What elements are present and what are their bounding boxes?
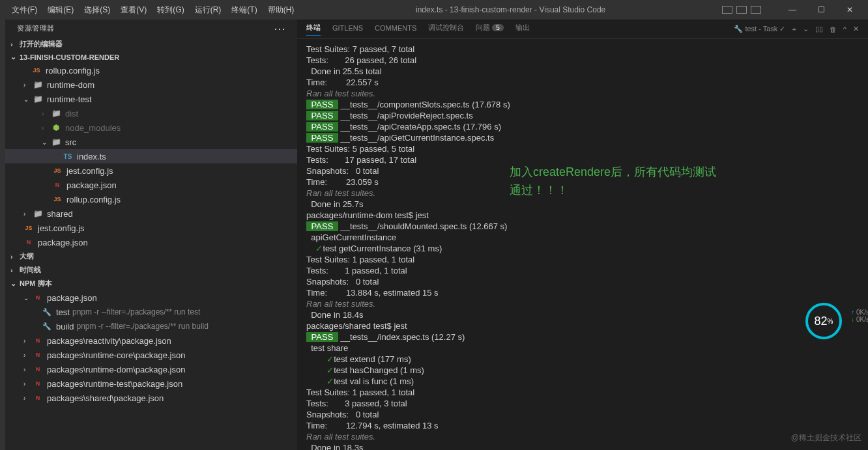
- window-controls: — ☐ ✕: [722, 5, 868, 14]
- menu-bar: 文件(F) 编辑(E) 选择(S) 查看(V) 转到(G) 运行(R) 终端(T…: [0, 5, 299, 16]
- more-icon[interactable]: ⋯: [274, 25, 286, 32]
- folder-node-modules[interactable]: ›⬢node_modules: [5, 120, 297, 135]
- file-pkg-root[interactable]: Npackage.json: [5, 235, 297, 249]
- close-panel-icon[interactable]: ✕: [853, 25, 859, 33]
- menu-edit[interactable]: 编辑(E): [42, 5, 79, 16]
- layout-icons[interactable]: [722, 6, 761, 14]
- menu-terminal[interactable]: 终端(T): [226, 5, 262, 16]
- npm-test[interactable]: test pnpm -r --filter=./packages/** run …: [5, 305, 297, 319]
- window-title: index.ts - 13-finish-custom-render - Vis…: [299, 5, 722, 14]
- npm-p4[interactable]: ›Npackages\runtime-test\package.json: [5, 376, 297, 391]
- file-rollup[interactable]: JSrollup.config.js: [5, 63, 297, 77]
- net-speed: ↑ 0K/s ↓ 0K/s: [851, 309, 868, 323]
- tab-output[interactable]: 输出: [515, 23, 530, 35]
- menu-go[interactable]: 转到(G): [152, 5, 189, 16]
- menu-help[interactable]: 帮助(H): [263, 5, 300, 16]
- trash-icon[interactable]: 🗑: [830, 25, 837, 33]
- terminal-pane: 终端 GITLENS COMMENTS 调试控制台 问题 5 输出 🔧 test…: [297, 20, 868, 450]
- split-icon[interactable]: ▯▯: [815, 25, 823, 33]
- menu-select[interactable]: 选择(S): [79, 5, 115, 16]
- section-npm[interactable]: ⌄NPM 脚本: [5, 277, 297, 290]
- task-label[interactable]: 🔧 test - Task ✓: [734, 25, 785, 33]
- tab-terminal[interactable]: 终端: [306, 23, 321, 36]
- npm-p3[interactable]: ›Npackages\runtime-dom\package.json: [5, 362, 297, 376]
- maximize-button[interactable]: ☐: [808, 5, 834, 14]
- section-outline[interactable]: ›大纲: [5, 249, 297, 263]
- tab-debug[interactable]: 调试控制台: [428, 23, 464, 35]
- tab-problems[interactable]: 问题 5: [476, 23, 504, 35]
- section-project[interactable]: ⌄13-FINISH-CUSTOM-RENDER: [5, 51, 297, 63]
- npm-p5[interactable]: ›Npackages\shared\package.json: [5, 391, 297, 405]
- cpu-gauge: 82%: [805, 303, 842, 339]
- explorer-header: 资源管理器 ⋯: [5, 20, 297, 37]
- tab-comments[interactable]: COMMENTS: [375, 24, 416, 35]
- activity-bar[interactable]: [0, 20, 5, 450]
- file-jest-root[interactable]: JSjest.config.js: [5, 221, 297, 235]
- file-package-json[interactable]: Npackage.json: [5, 178, 297, 192]
- section-timeline[interactable]: ›时间线: [5, 263, 297, 277]
- menu-view[interactable]: 查看(V): [115, 5, 152, 16]
- section-open-editors[interactable]: ›打开的编辑器: [5, 37, 297, 51]
- file-index-ts[interactable]: TSindex.ts: [5, 149, 297, 163]
- npm-pkg[interactable]: ⌄Npackage.json: [5, 290, 297, 305]
- folder-runtime-dom[interactable]: ›runtime-dom: [5, 77, 297, 92]
- new-terminal-icon[interactable]: +: [792, 25, 796, 33]
- tab-gitlens[interactable]: GITLENS: [332, 24, 363, 35]
- terminal-output[interactable]: Test Suites: 7 passed, 7 total Tests: 26…: [297, 39, 868, 450]
- explorer-panel: 资源管理器 ⋯ ›打开的编辑器 ⌄13-FINISH-CUSTOM-RENDER…: [5, 20, 297, 450]
- menu-run[interactable]: 运行(R): [190, 5, 227, 16]
- file-rollup-2[interactable]: JSrollup.config.js: [5, 192, 297, 206]
- folder-shared[interactable]: ›shared: [5, 206, 297, 221]
- minimize-button[interactable]: —: [779, 5, 805, 14]
- watermark: @稀土掘金技术社区: [791, 432, 861, 443]
- menu-file[interactable]: 文件(F): [7, 5, 42, 16]
- title-bar: 文件(F) 编辑(E) 选择(S) 查看(V) 转到(G) 运行(R) 终端(T…: [0, 0, 868, 20]
- folder-runtime-test[interactable]: ⌄runtime-test: [5, 92, 297, 106]
- chevron-down-icon[interactable]: ⌄: [803, 25, 809, 33]
- npm-p1[interactable]: ›Npackages\reactivity\package.json: [5, 333, 297, 348]
- folder-dist[interactable]: ›dist: [5, 106, 297, 120]
- annotation-text: 加入createRendere后，所有代码均测试通过！！！: [510, 163, 716, 199]
- close-button[interactable]: ✕: [837, 5, 863, 14]
- folder-src[interactable]: ⌄src: [5, 135, 297, 149]
- npm-build[interactable]: build pnpm -r --filter=./packages/** run…: [5, 319, 297, 333]
- maximize-panel-icon[interactable]: ^: [843, 25, 846, 33]
- npm-p2[interactable]: ›Npackages\runtime-core\package.json: [5, 348, 297, 362]
- file-jest-config[interactable]: JSjest.config.js: [5, 163, 297, 178]
- panel-tabs: 终端 GITLENS COMMENTS 调试控制台 问题 5 输出 🔧 test…: [297, 20, 868, 39]
